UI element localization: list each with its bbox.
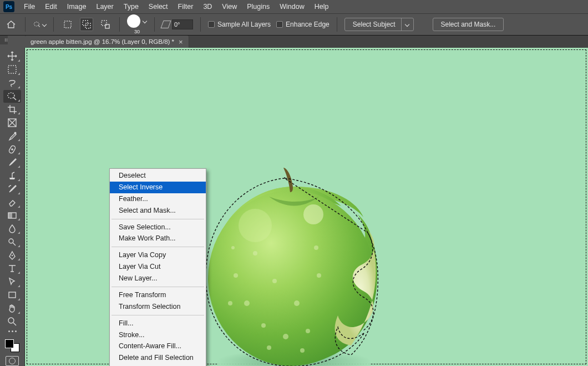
separator — [154, 17, 155, 32]
foreground-background-colors[interactable] — [5, 339, 19, 352]
close-tab-button[interactable]: × — [179, 38, 183, 46]
add-to-selection-button[interactable] — [80, 18, 93, 31]
enhance-edge-checkbox[interactable]: Enhance Edge — [276, 21, 330, 28]
menu-file[interactable]: File — [19, 2, 40, 12]
ctx-separator — [111, 315, 204, 315]
pen-tool[interactable] — [3, 249, 21, 262]
select-subject-dropdown[interactable] — [401, 18, 413, 31]
select-and-mask-label: Select and Mask... — [441, 21, 496, 28]
ctx-select-inverse[interactable]: Select Inverse — [110, 182, 206, 193]
ctx-layer-via-copy[interactable]: Layer Via Copy — [110, 249, 206, 261]
brush-size-label: 30 — [134, 29, 140, 34]
select-subject-button[interactable]: Select Subject — [344, 18, 414, 31]
ctx-delete-and-fill[interactable]: Delete and Fill Selection — [110, 352, 206, 364]
tool-preset-picker[interactable] — [33, 18, 46, 31]
menu-3d[interactable]: 3D — [198, 2, 217, 12]
app-logo-text: Ps — [6, 4, 12, 10]
ctx-deselect[interactable]: Deselect — [110, 170, 206, 182]
frame-tool[interactable] — [3, 116, 21, 129]
sample-all-layers-checkbox[interactable]: Sample All Layers — [208, 21, 271, 28]
eyedropper-tool[interactable] — [3, 129, 21, 142]
options-bar: 30 Sample All Layers Enhance Edge Select… — [0, 13, 588, 36]
quick-mask-toggle[interactable] — [6, 356, 19, 366]
zoom-tool[interactable] — [3, 315, 21, 328]
menu-view[interactable]: View — [217, 2, 242, 12]
svg-point-15 — [8, 318, 14, 323]
hand-tool[interactable] — [3, 302, 21, 315]
menu-edit[interactable]: Edit — [40, 2, 62, 12]
menu-filter[interactable]: Filter — [173, 2, 199, 12]
path-selection-tool[interactable] — [3, 275, 21, 288]
ctx-stroke[interactable]: Stroke... — [110, 329, 206, 341]
gradient-tool[interactable] — [3, 209, 21, 222]
toolbox — [0, 48, 25, 366]
select-subject-label: Select Subject — [353, 21, 396, 28]
move-tool[interactable] — [3, 50, 21, 63]
svg-point-12 — [9, 239, 13, 243]
lasso-tool[interactable] — [3, 77, 21, 89]
edit-toolbar-button[interactable] — [6, 330, 19, 335]
ctx-feather[interactable]: Feather... — [110, 193, 206, 205]
ctx-select-and-mask[interactable]: Select and Mask... — [110, 205, 206, 217]
document-tab-bar: green apple bitten.jpg @ 16.7% (Layer 0,… — [25, 36, 588, 48]
clone-stamp-tool[interactable] — [3, 169, 21, 182]
menu-type[interactable]: Type — [119, 2, 144, 12]
brush-preview-icon — [127, 14, 140, 28]
checkbox-icon — [208, 21, 215, 28]
document-canvas[interactable]: Deselect Select Inverse Feather... Selec… — [25, 48, 588, 366]
subtract-from-selection-button[interactable] — [99, 18, 112, 31]
menu-layer[interactable]: Layer — [91, 2, 118, 12]
context-menu: Deselect Select Inverse Feather... Selec… — [109, 168, 206, 366]
menu-plugins[interactable]: Plugins — [242, 2, 275, 12]
app-logo: Ps — [3, 1, 14, 12]
ctx-separator — [111, 287, 204, 287]
crop-tool[interactable] — [3, 103, 21, 116]
ctx-content-aware-fill[interactable]: Content-Aware Fill... — [110, 340, 206, 352]
brush-angle-field[interactable] — [162, 19, 193, 29]
menu-image[interactable]: Image — [62, 2, 92, 12]
ctx-fill[interactable]: Fill... — [110, 318, 206, 329]
marquee-tool[interactable] — [3, 63, 21, 76]
separator — [337, 17, 337, 32]
rectangle-tool[interactable] — [3, 289, 21, 302]
enhance-edge-label: Enhance Edge — [286, 21, 330, 28]
select-and-mask-button[interactable]: Select and Mask... — [433, 18, 504, 31]
separator — [25, 17, 26, 32]
new-selection-button[interactable] — [61, 18, 74, 31]
menu-bar: Ps File Edit Image Layer Type Select Fil… — [0, 0, 588, 13]
ctx-make-work-path[interactable]: Make Work Path... — [110, 233, 206, 244]
foreground-color-swatch[interactable] — [5, 339, 14, 348]
brush-picker[interactable]: 30 — [127, 14, 147, 34]
ctx-transform-selection[interactable]: Transform Selection — [110, 301, 206, 313]
healing-brush-tool[interactable] — [3, 143, 21, 156]
svg-rect-14 — [9, 292, 16, 298]
apple-selection-outline — [202, 177, 381, 366]
history-brush-tool[interactable] — [3, 183, 21, 195]
menu-select[interactable]: Select — [144, 2, 173, 12]
sample-all-layers-label: Sample All Layers — [217, 21, 271, 28]
ctx-separator — [111, 247, 204, 247]
separator — [53, 17, 54, 32]
angle-icon — [160, 21, 171, 28]
ctx-save-selection[interactable]: Save Selection... — [110, 222, 206, 233]
svg-point-13 — [12, 254, 13, 255]
brush-angle-input[interactable] — [172, 19, 193, 29]
eraser-tool[interactable] — [3, 196, 21, 209]
menu-window[interactable]: Window — [275, 2, 309, 12]
ctx-free-transform[interactable]: Free Transform — [110, 289, 206, 301]
panel-collapse-handle[interactable] — [0, 36, 8, 44]
type-tool[interactable] — [3, 262, 21, 275]
svg-rect-5 — [105, 24, 109, 28]
svg-point-9 — [14, 132, 17, 134]
home-button[interactable] — [4, 18, 18, 31]
svg-rect-6 — [8, 66, 16, 73]
ctx-new-layer[interactable]: New Layer... — [110, 273, 206, 284]
blur-tool[interactable] — [3, 222, 21, 235]
dodge-tool[interactable] — [3, 235, 21, 248]
menu-help[interactable]: Help — [310, 2, 334, 12]
quick-selection-tool[interactable] — [3, 90, 21, 103]
document-tab[interactable]: green apple bitten.jpg @ 16.7% (Layer 0,… — [25, 36, 189, 48]
ctx-layer-via-cut[interactable]: Layer Via Cut — [110, 261, 206, 273]
svg-rect-1 — [64, 21, 71, 28]
brush-tool[interactable] — [3, 156, 21, 169]
